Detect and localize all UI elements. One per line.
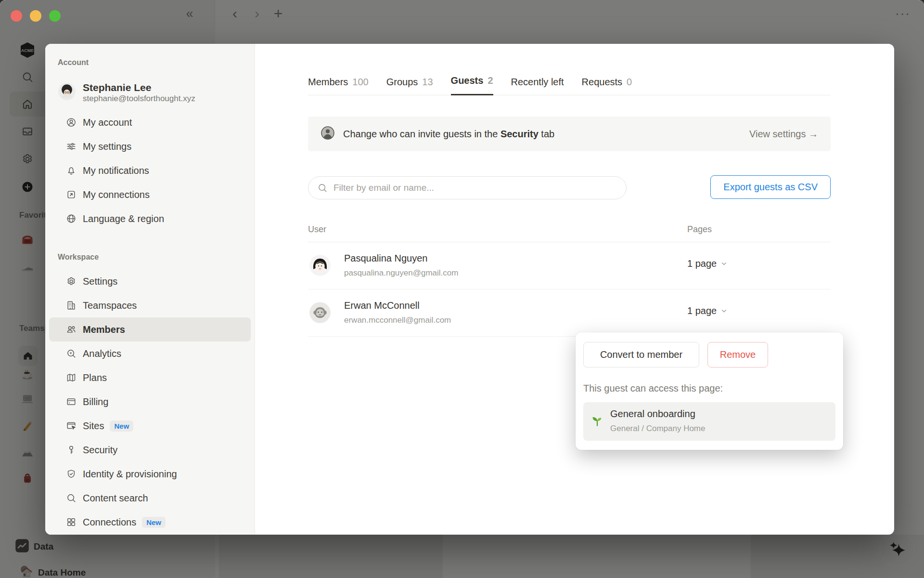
nav-item-sites[interactable]: Sites New — [49, 414, 251, 438]
nav-item-label: Language & region — [83, 213, 164, 224]
view-settings-link[interactable]: View settings → — [749, 129, 818, 140]
window-controls — [11, 10, 61, 22]
nav-item-identity-provisioning[interactable]: Identity & provisioning — [49, 462, 251, 486]
nav-item-plans[interactable]: Plans — [49, 366, 251, 390]
guest-access-page-item[interactable]: General onboarding General / Company Hom… — [583, 402, 835, 441]
nav-item-label: Analytics — [83, 348, 121, 359]
user-avatar — [58, 82, 76, 103]
shield-check-icon — [66, 469, 77, 479]
guest-email: pasqualina.nguyen@gmail.com — [344, 268, 458, 278]
nav-item-members[interactable]: Members — [49, 317, 251, 342]
tab-recently-left[interactable]: Recently left — [511, 77, 564, 95]
guest-access-note: This guest can access this page: — [583, 383, 835, 394]
nav-item-content-search[interactable]: Content search — [49, 486, 251, 510]
guest-name: Pasqualina Nguyen — [344, 253, 427, 264]
nav-item-connections[interactable]: Connections New — [49, 510, 251, 534]
bell-icon — [66, 165, 77, 176]
nav-item-label: My account — [83, 117, 132, 128]
tab-requests[interactable]: Requests0 — [582, 77, 632, 95]
filter-guests-input[interactable] — [333, 182, 617, 194]
magnifier-sparkle-icon — [66, 348, 77, 359]
tab-count: 100 — [352, 77, 368, 87]
guest-avatar — [309, 254, 331, 276]
nav-item-language-region[interactable]: Language & region — [49, 207, 251, 231]
tab-count: 2 — [488, 75, 493, 86]
settings-modal: Account Stephanie Lee stephanie@toolsfor… — [45, 44, 894, 535]
access-page-title: General onboarding — [610, 408, 695, 420]
nav-item-label: Members — [83, 324, 125, 335]
browser-cursor-icon — [66, 420, 77, 431]
guests-table-header: User Pages — [308, 220, 831, 242]
guest-pages-dropdown[interactable]: 1 page — [687, 305, 727, 316]
nav-item-label: My settings — [83, 141, 131, 152]
grid-squares-icon — [66, 517, 77, 527]
guest-email: erwan.mcconnell@gmail.com — [344, 315, 451, 325]
column-header-user: User — [308, 224, 326, 235]
credit-card-icon — [66, 396, 77, 407]
column-header-pages: Pages — [687, 224, 712, 235]
tab-label: Members — [308, 77, 348, 87]
pages-count: 1 page — [687, 258, 717, 269]
guest-name: Erwan McConnell — [344, 300, 420, 311]
guest-row-pasqualina[interactable]: Pasqualina Nguyen pasqualina.nguyen@gmai… — [308, 242, 831, 289]
minimize-window-button[interactable] — [30, 10, 41, 22]
access-page-path: General / Company Home — [610, 424, 705, 434]
nav-item-label: Plans — [83, 372, 107, 383]
nav-item-my-settings[interactable]: My settings — [49, 134, 251, 158]
globe-icon — [66, 213, 77, 224]
nav-item-my-account[interactable]: My account — [49, 110, 251, 134]
chevron-down-icon — [721, 308, 727, 314]
chevron-down-icon — [721, 261, 727, 267]
guest-pages-dropdown[interactable]: 1 page — [687, 258, 727, 269]
guest-avatar — [309, 302, 331, 324]
search-icon — [317, 183, 328, 193]
tab-groups[interactable]: Groups13 — [386, 77, 433, 95]
banner-text: Change who can invite guests in the Secu… — [343, 129, 554, 140]
convert-to-member-button[interactable]: Convert to member — [583, 342, 699, 368]
account-nav-list: My account My settings My notifications … — [49, 110, 251, 231]
nav-item-security[interactable]: Security — [49, 438, 251, 462]
building-icon — [66, 300, 77, 311]
tab-members[interactable]: Members100 — [308, 77, 369, 95]
export-guests-csv-button[interactable]: Export guests as CSV — [710, 175, 831, 199]
nav-item-label: Settings — [83, 276, 117, 287]
sliders-icon — [66, 141, 77, 152]
magnifier-icon — [66, 493, 77, 503]
nav-item-billing[interactable]: Billing — [49, 390, 251, 414]
new-badge: New — [110, 420, 133, 432]
key-icon — [66, 445, 77, 455]
nav-item-settings[interactable]: Settings — [49, 269, 251, 293]
app-window: « ‹ › + ··· ACME Favorites — [0, 0, 924, 578]
tab-label: Groups — [386, 77, 418, 87]
close-window-button[interactable] — [11, 10, 22, 22]
members-people-icon — [66, 324, 77, 335]
filter-input-wrap — [308, 176, 627, 199]
tab-label: Guests — [451, 75, 484, 86]
workspace-nav-list: Settings Teamspaces Members Analytics Pl… — [49, 269, 251, 534]
guest-row-erwan[interactable]: Erwan McConnell erwan.mcconnell@gmail.co… — [308, 289, 831, 337]
tab-count: 13 — [422, 77, 433, 87]
gear-icon — [66, 276, 77, 287]
nav-item-label: Billing — [83, 396, 108, 407]
guest-actions-popup: Convert to member Remove This guest can … — [576, 332, 843, 450]
nav-item-teamspaces[interactable]: Teamspaces — [49, 293, 251, 317]
nav-item-analytics[interactable]: Analytics — [49, 342, 251, 366]
nav-item-label: My notifications — [83, 165, 149, 176]
tab-guests[interactable]: Guests2 — [451, 75, 493, 95]
nav-item-my-notifications[interactable]: My notifications — [49, 158, 251, 183]
account-section-label: Account — [58, 58, 255, 67]
guests-controls-row: Export guests as CSV — [308, 175, 831, 199]
user-name: Stephanie Lee — [83, 81, 195, 94]
pages-count: 1 page — [687, 305, 717, 316]
invite-guests-banner: Change who can invite guests in the Secu… — [308, 117, 831, 151]
tab-label: Requests — [582, 77, 623, 87]
tab-count: 0 — [627, 77, 632, 87]
account-user-row[interactable]: Stephanie Lee stephanie@toolsforthought.… — [58, 81, 251, 104]
zoom-window-button[interactable] — [49, 10, 61, 22]
remove-guest-button[interactable]: Remove — [707, 342, 768, 368]
nav-item-label: My connections — [83, 189, 150, 200]
nav-item-my-connections[interactable]: My connections — [49, 183, 251, 207]
nav-item-label: Connections — [83, 517, 136, 528]
members-settings-main: Members100 Groups13 Guests2 Recently lef… — [255, 44, 894, 535]
settings-sidebar: Account Stephanie Lee stephanie@toolsfor… — [45, 44, 255, 535]
